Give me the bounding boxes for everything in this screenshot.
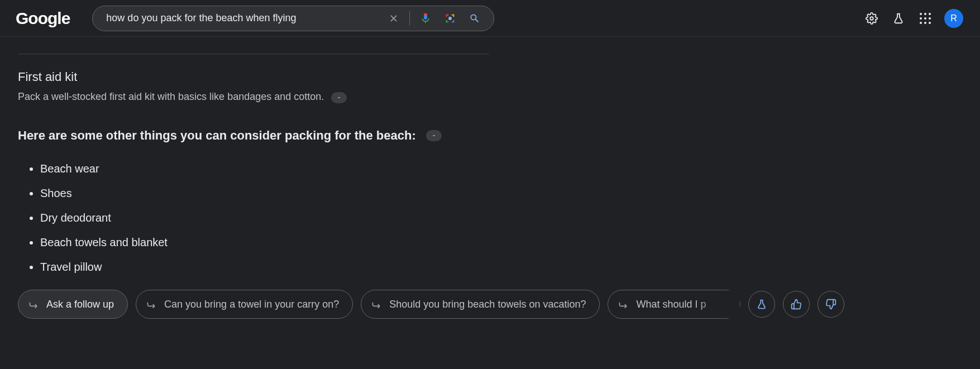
content-divider	[18, 54, 489, 54]
chip-label: Ask a follow up	[46, 299, 114, 310]
list-item: Beach wear	[40, 160, 491, 178]
search-input[interactable]	[105, 12, 383, 25]
followup-chip[interactable]: Should you bring beach towels on vacatio…	[361, 290, 600, 319]
section-description: Pack a well-stocked first aid kit with b…	[18, 91, 324, 102]
search-divider	[409, 11, 410, 26]
apps-icon[interactable]	[914, 7, 936, 30]
labs-feedback-icon[interactable]	[748, 291, 775, 318]
header: Google	[0, 0, 980, 37]
list-item: Travel pillow	[40, 258, 491, 276]
voice-search-icon[interactable]	[414, 7, 437, 30]
thumbs-down-icon[interactable]	[818, 291, 844, 318]
svg-point-1	[870, 17, 873, 20]
subheading-row: Here are some other things you can consi…	[18, 128, 491, 143]
expand-icon[interactable]	[426, 130, 442, 141]
expand-icon[interactable]	[331, 92, 347, 103]
thumbs-up-icon[interactable]	[783, 291, 810, 318]
labs-icon[interactable]	[887, 7, 910, 30]
chip-label: Can you bring a towel in your carry on?	[164, 299, 339, 310]
section-title: First aid kit	[18, 70, 491, 84]
search-bar[interactable]	[92, 6, 494, 31]
google-logo[interactable]: Google	[16, 9, 70, 28]
list-item: Shoes	[40, 184, 491, 202]
search-icon[interactable]	[463, 7, 486, 30]
svg-point-0	[448, 17, 452, 20]
ask-followup-button[interactable]: Ask a follow up	[18, 290, 128, 319]
chip-label: What should I p	[636, 299, 706, 310]
subheading: Here are some other things you can consi…	[18, 128, 416, 143]
account-avatar[interactable]: R	[944, 9, 963, 28]
clear-icon[interactable]	[383, 7, 405, 30]
list-item: Beach towels and blanket	[40, 233, 491, 251]
settings-icon[interactable]	[861, 7, 883, 30]
chip-label: Should you bring beach towels on vacatio…	[389, 299, 586, 310]
lens-icon[interactable]	[439, 7, 461, 30]
followup-chip[interactable]: Can you bring a towel in your carry on?	[136, 290, 353, 319]
followup-chip-truncated[interactable]: What should I p	[608, 290, 740, 319]
section-description-row: Pack a well-stocked first aid kit with b…	[18, 90, 491, 104]
main-content: First aid kit Pack a well-stocked first …	[0, 37, 491, 276]
followup-bar: Ask a follow up Can you bring a towel in…	[18, 290, 833, 319]
list-item: Dry deodorant	[40, 209, 491, 227]
search-bar-icons	[383, 7, 486, 30]
packing-list: Beach wear Shoes Dry deodorant Beach tow…	[18, 160, 491, 276]
